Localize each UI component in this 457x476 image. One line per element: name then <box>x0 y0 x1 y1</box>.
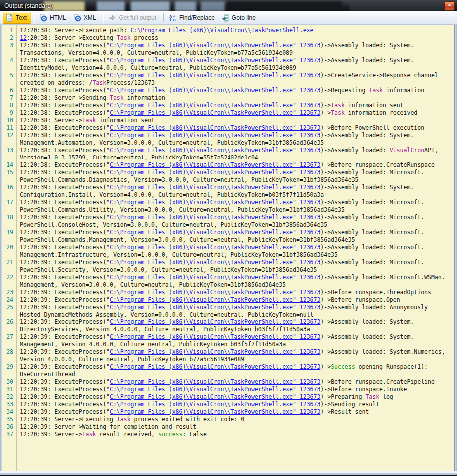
log-output-area[interactable]: 112:20:38: Server->Execute path: C:\Prog… <box>1 25 454 471</box>
glass-artifact <box>227 1 342 11</box>
log-link[interactable]: C:\Program Files (x86)\VisualCron\\TaskP… <box>110 378 320 385</box>
log-link[interactable]: C:\Program Files (x86)\VisualCron\\TaskP… <box>110 401 320 408</box>
log-text-segment: 12:20:38: Server-> <box>20 117 82 124</box>
log-text-segment: process <box>131 34 158 41</box>
svg-text:#: # <box>173 14 175 17</box>
log-text-segment: 12:20:39: ExecuteProcess(" <box>20 296 110 303</box>
log-link[interactable]: C:\Program Files (x86)\VisualCron\\TaskP… <box>110 386 320 393</box>
tab-text[interactable]: Text <box>3 12 31 24</box>
log-link[interactable]: C:\Program Files (x86)\VisualCron\\TaskP… <box>110 169 320 176</box>
log-line-text: 12:20:39: Server->Waiting for completion… <box>20 423 445 431</box>
tab-xml[interactable]: XML <box>71 12 101 24</box>
log-line: 3112:20:39: ExecuteProcess("C:\Program F… <box>2 386 453 393</box>
line-number: 10 <box>2 117 13 124</box>
log-line-text: 12:20:39: ExecuteProcess("C:\Program Fil… <box>20 169 445 184</box>
log-link[interactable]: C:\Program Files (x86)\VisualCron\\TaskP… <box>110 333 320 340</box>
log-link[interactable]: C:\Program Files (x86)\VisualCron\\TaskP… <box>110 274 320 281</box>
log-text-segment: 12:20:39: ExecuteProcess(" <box>20 184 110 191</box>
log-line: 2612:20:39: ExecuteProcess("C:\Program F… <box>2 318 453 333</box>
line-number: 23 <box>2 289 13 296</box>
log-text-segment: )-> <box>320 102 331 109</box>
log-text-segment: 12:20:39: ExecuteProcess(" <box>20 244 110 251</box>
find-replace-button[interactable]: A # B Find/Replace <box>166 12 219 24</box>
toolbar: Text HTML XML <box>0 11 457 25</box>
log-text-segment: 12:20:39: ExecuteProcess(" <box>20 259 110 266</box>
svg-text:B: B <box>173 18 176 22</box>
log-line: 1612:20:39: ExecuteProcess("C:\Program F… <box>2 184 453 199</box>
log-text-segment: 12:20:38: ExecuteProcess(" <box>20 102 110 109</box>
log-line: 1012:20:38: Server->Task information sen… <box>2 117 453 124</box>
log-text-segment: Task <box>331 102 345 109</box>
log-link[interactable]: C:\Program Files (x86)\VisualCron\\TaskP… <box>110 408 320 415</box>
log-link[interactable]: C:\Program Files (x86)\VisualCron\\TaskP… <box>110 199 320 206</box>
log-link[interactable]: C:\Program Files (x86)\VisualCron\\TaskP… <box>110 124 320 131</box>
log-text-segment: )->Before runspace.​ThreadOptions <box>320 289 431 296</box>
log-text-segment: 12:20:39: ExecuteProcess(" <box>20 333 110 340</box>
log-text-segment: 12:20:39: ExecuteProcess(" <box>20 401 110 408</box>
log-text-segment: 12:20:38: ExecuteProcess(" <box>20 109 110 116</box>
log-link[interactable]: C:\Program Files (x86)\VisualCron\\TaskP… <box>110 109 320 116</box>
log-link[interactable]: C:\Program Files (x86)\VisualCron\\TaskP… <box>110 57 320 64</box>
log-link[interactable]: C:\Program Files (x86)\VisualCron\\TaskP… <box>110 393 320 400</box>
window-border-bottom <box>0 471 457 476</box>
log-line-text: 12:20:38: ExecuteProcess("C:\Program Fil… <box>20 72 445 87</box>
log-link[interactable]: C:\Program Files (x86)\VisualCron\\TaskP… <box>110 184 320 191</box>
log-link[interactable]: C:\Program Files (x86)\VisualCron\\TaskP… <box>110 348 320 355</box>
log-line-text: 12:20:39: ExecuteProcess("C:\Program Fil… <box>20 318 445 333</box>
line-number: 15 <box>2 169 13 176</box>
line-number: 29 <box>2 363 13 371</box>
log-text-segment: 12:20:39: ExecuteProcess(" <box>20 408 110 415</box>
log-text-segment: 12:20:39: Server->Executing <box>20 416 117 423</box>
line-number: 1 <box>2 27 13 34</box>
log-link[interactable]: C:\Program Files (x86)\VisualCron\\TaskP… <box>110 147 320 154</box>
button-label: Get full output <box>119 14 156 21</box>
log-link[interactable]: C:\Program Files (x86)\VisualCron\\TaskP… <box>110 289 320 296</box>
log-text-segment: information sent <box>96 117 155 124</box>
close-button[interactable]: ✕ <box>444 1 455 10</box>
log-text-segment: )->Before runspace.​CreateRunspace <box>320 161 434 168</box>
log-link[interactable]: C:\Program Files (x86)\VisualCron\\TaskP… <box>110 229 320 236</box>
goto-line-button[interactable]: Goto line <box>219 12 260 24</box>
log-link[interactable]: C:\Program Files (x86)\VisualCron\\TaskP… <box>110 304 320 311</box>
log-line: 1312:20:38: ExecuteProcess("C:\Program F… <box>2 147 453 161</box>
line-number: 37 <box>2 431 13 438</box>
toolbar-separator <box>163 13 164 22</box>
log-link[interactable]: C:\Program Files (x86)\VisualCron\\TaskP… <box>110 296 320 303</box>
log-link[interactable]: C:\Program Files (x86)\VisualCron\\TaskP… <box>110 87 320 94</box>
log-link[interactable]: C:\Program Files (x86)\VisualCron\\TaskP… <box>110 363 320 370</box>
log-link[interactable]: C:\Program Files (x86)\VisualCron\\TaskP… <box>110 72 320 79</box>
log-link[interactable]: C:\Program Files (x86)\VisualCron\\TaskP… <box>110 161 320 168</box>
log-line: 2712:20:39: ExecuteProcess("C:\Program F… <box>2 333 453 348</box>
line-number: 32 <box>2 393 13 401</box>
log-text-segment: information <box>383 87 424 94</box>
tab-html[interactable]: HTML <box>37 12 71 24</box>
log-link[interactable]: C:\Program Files (x86)\VisualCron\\TaskP… <box>110 318 320 325</box>
log-link[interactable]: C:\Program Files (x86)\VisualCron\\TaskP… <box>110 132 320 139</box>
log-text-segment: 12:20:39: ExecuteProcess(" <box>20 289 110 296</box>
glass-artifact <box>97 1 125 11</box>
log-text-segment: 12:20:39: ExecuteProcess(" <box>20 318 110 325</box>
log-line: 2812:20:39: ExecuteProcess("C:\Program F… <box>2 348 453 363</box>
log-text-segment: )->Requesting <box>320 87 369 94</box>
log-text-segment: )->Assembly loaded: <box>320 147 389 154</box>
window-border-right <box>454 25 457 471</box>
log-line-text: 12:20:39: Server->Task result received, … <box>20 431 445 438</box>
log-link[interactable]: C:\Program Files (x86)\VisualCron\\TaskP… <box>131 27 314 34</box>
log-link[interactable]: C:\Program Files (x86)\VisualCron\\TaskP… <box>110 102 320 109</box>
tab-label: Text <box>16 14 27 21</box>
log-link[interactable]: 12 <box>20 34 27 41</box>
toolbar-separator <box>103 13 103 22</box>
get-full-output-button[interactable]: Get full output <box>106 12 161 24</box>
log-line: 112:20:38: Server->Execute path: C:\Prog… <box>2 27 453 34</box>
log-line-text: 12:20:38: ExecuteProcess("C:\Program Fil… <box>20 102 445 109</box>
log-text-segment: Task <box>117 416 131 423</box>
log-line-text: 12:20:39: ExecuteProcess("C:\Program Fil… <box>20 296 445 304</box>
log-line: 812:20:38: ExecuteProcess("C:\Program Fi… <box>2 102 453 109</box>
log-link[interactable]: C:\Program Files (x86)\VisualCron\\TaskP… <box>110 259 320 266</box>
log-link[interactable]: C:\Program Files (x86)\VisualCron\\TaskP… <box>110 42 320 49</box>
log-link[interactable]: C:\Program Files (x86)\VisualCron\\TaskP… <box>110 244 320 251</box>
log-link[interactable]: C:\Program Files (x86)\VisualCron\\TaskP… <box>110 214 320 221</box>
button-label: Find/Replace <box>179 14 215 21</box>
log-line: 3312:20:39: ExecuteProcess("C:\Program F… <box>2 401 453 408</box>
refresh-document-icon <box>73 14 81 22</box>
